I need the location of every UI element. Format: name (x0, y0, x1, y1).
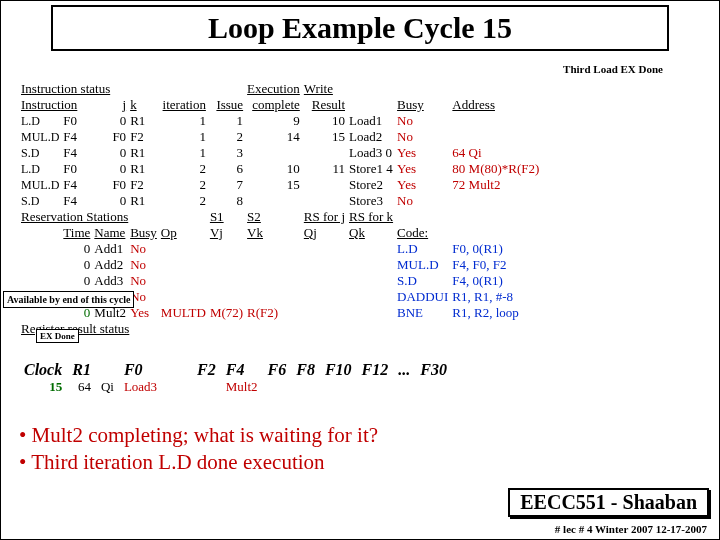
bullet-2: • Third iteration L.D done execution (19, 450, 378, 475)
f12-label: F12 (357, 361, 394, 379)
f8-label: F8 (291, 361, 320, 379)
rs-s2: S2 (245, 209, 302, 225)
hdr-issue: Issue (208, 97, 245, 113)
hdr-complete: complete (245, 97, 302, 113)
rs-name: Name (92, 225, 128, 241)
clock-value: 15 (19, 379, 67, 395)
table-row: L.DF00R111910Load1No (19, 113, 541, 129)
register-result-row: Clock R1 F0 F2 F4 F6 F8 F10 F12 ... F30 … (19, 361, 452, 395)
rs-op: Op (159, 225, 208, 241)
available-note: Available by end of this cycle (3, 291, 134, 308)
hdr-instr: Instruction (19, 97, 92, 113)
r1-label: R1 (67, 361, 96, 379)
rs-qk: Qk (347, 225, 395, 241)
rs-code: Code: (395, 225, 450, 241)
hdr-busy: Busy (395, 97, 450, 113)
f0-label: F0 (119, 361, 162, 379)
hdr-result: Result (302, 97, 347, 113)
table-row: 0Add1NoL.DF0, 0(R1) (19, 241, 541, 257)
table-row: S.DF40R128Store3No (19, 193, 541, 209)
table-row: 0Add2NoMUL.DF4, F0, F2 (19, 257, 541, 273)
rs-vk: Vk (245, 225, 302, 241)
hdr-iter: iteration (159, 97, 208, 113)
footer-course: EECC551 - Shaaban (508, 488, 709, 517)
f6-label: F6 (263, 361, 292, 379)
bullet-notes: • Mult2 completing; what is waiting for … (19, 421, 378, 477)
clock-label: Clock (19, 361, 67, 379)
table-row: L.DF00R1261011Store1 4Yes80 M(80)*R(F2) (19, 161, 541, 177)
footer-lecture: # lec # 4 Winter 2007 12-17-2007 (555, 523, 707, 535)
hdr-addr: Address (450, 97, 541, 113)
table-row: 0Add3NoS.DF4, 0(R1) (19, 273, 541, 289)
hdr-k: k (128, 97, 159, 113)
hdr-exec: Execution (245, 81, 302, 97)
ex-done-note: EX Done (36, 329, 79, 343)
rs-title: Reservation Stations (19, 209, 159, 225)
hdr-j: j (92, 97, 128, 113)
f10-label: F10 (320, 361, 357, 379)
rs-busy: Busy (128, 225, 159, 241)
f2-label: F2 (192, 361, 221, 379)
corner-note: Third Load EX Done (563, 63, 663, 75)
r1-value: 64 (67, 379, 96, 395)
qi-label: Qi (96, 379, 119, 395)
hdr-istat: Instruction status (19, 81, 159, 97)
rs-vj: Vj (208, 225, 245, 241)
bullet-1: • Mult2 completing; what is waiting for … (19, 423, 378, 448)
rs-qj: Qj (302, 225, 347, 241)
hdr-write: Write (302, 81, 347, 97)
f4-label: F4 (221, 361, 263, 379)
f4-value: Mult2 (221, 379, 263, 395)
rs-time: Time (61, 225, 92, 241)
table-row: MUL.DF4F0F2121415Load2No (19, 129, 541, 145)
table-row: MUL.DF4F0F22715Store2Yes72 Mult2 (19, 177, 541, 193)
f0-value: Load3 (119, 379, 162, 395)
f30-label: F30 (415, 361, 452, 379)
rs-rk: RS for k (347, 209, 395, 225)
page-title: Loop Example Cycle 15 (51, 5, 669, 51)
table-row: S.DF40R113Load3 0Yes64 Qi (19, 145, 541, 161)
rs-rj: RS for j (302, 209, 347, 225)
dots-label: ... (393, 361, 415, 379)
rs-s1: S1 (208, 209, 245, 225)
